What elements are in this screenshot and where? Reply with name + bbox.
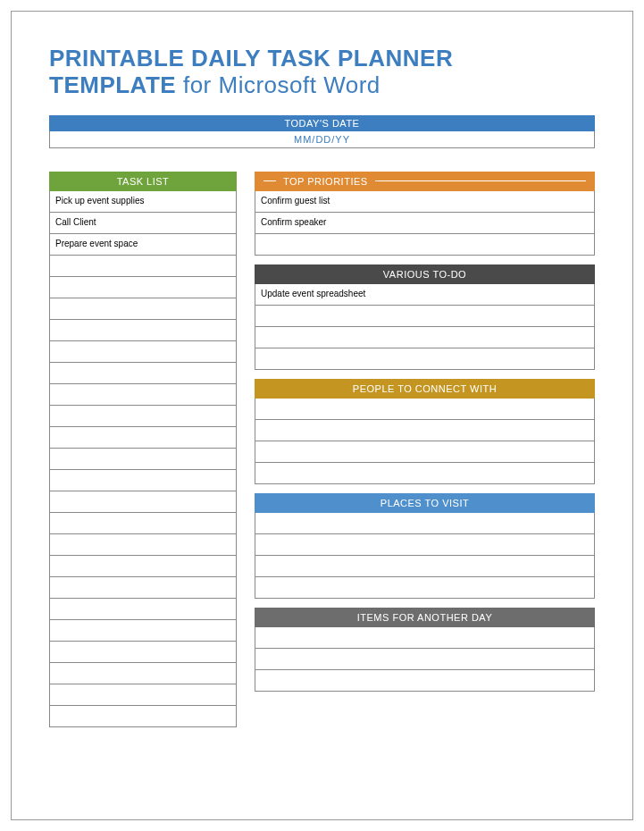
task-list-row [49,663,237,684]
task-list-row [49,599,237,620]
task-list-row [49,406,237,427]
task-list-row [49,491,237,513]
various-todo-row [255,348,595,370]
places-row [255,556,595,577]
top-priorities-row: Confirm speaker [255,213,595,234]
another-day-row [255,670,595,692]
task-list-row [49,556,237,577]
various-todo-row [255,327,595,348]
title-line2-bold: TEMPLATE [49,71,183,98]
task-list-row [49,384,237,406]
task-list-row [49,470,237,491]
top-priorities-row [255,234,595,256]
places-row [255,534,595,556]
page-container: PRINTABLE DAILY TASK PLANNER TEMPLATE fo… [11,11,633,820]
task-list-row [49,256,237,277]
people-row [255,420,595,441]
people-row [255,441,595,463]
task-list-row: Call Client [49,213,237,234]
task-list-row [49,706,237,727]
various-todo-section: VARIOUS TO-DO Update event spreadsheet [255,264,595,370]
various-todo-row [255,306,595,327]
task-list-row [49,363,237,384]
left-column: TASK LIST Pick up event suppliesCall Cli… [49,172,237,727]
people-row [255,399,595,420]
divider-line [263,180,276,181]
task-list-row [49,513,237,534]
document-title: PRINTABLE DAILY TASK PLANNER TEMPLATE fo… [49,46,595,99]
task-list-row [49,277,237,298]
task-list-row: Pick up event supplies [49,191,237,213]
columns: TASK LIST Pick up event suppliesCall Cli… [49,172,595,727]
divider-line [375,180,586,181]
date-header: TODAY'S DATE [49,115,595,131]
places-row [255,577,595,599]
people-section: PEOPLE TO CONNECT WITH [255,379,595,484]
task-list-row [49,534,237,556]
task-list-row [49,449,237,470]
title-line2-regular: for Microsoft Word [183,71,381,98]
top-priorities-section: TOP PRIORITIES Confirm guest listConfirm… [255,172,595,256]
date-value: MM/DD/YY [49,131,595,148]
task-list-row [49,341,237,363]
task-list-row [49,298,237,320]
top-priorities-row: Confirm guest list [255,191,595,213]
places-section: PLACES TO VISIT [255,493,595,599]
another-day-row [255,649,595,670]
various-todo-row: Update event spreadsheet [255,284,595,306]
task-list-row [49,577,237,599]
another-day-row [255,627,595,649]
places-header: PLACES TO VISIT [255,493,595,513]
people-header: PEOPLE TO CONNECT WITH [255,379,595,399]
another-day-header: ITEMS FOR ANOTHER DAY [255,608,595,627]
top-priorities-label: TOP PRIORITIES [283,176,368,187]
top-priorities-header: TOP PRIORITIES [255,172,595,191]
task-list-row [49,684,237,706]
task-list-row [49,642,237,663]
title-line1: PRINTABLE DAILY TASK PLANNER [49,46,595,72]
places-row [255,513,595,534]
right-column: TOP PRIORITIES Confirm guest listConfirm… [255,172,595,727]
task-list-row: Prepare event space [49,234,237,256]
task-list-row [49,320,237,341]
people-row [255,463,595,484]
task-list-header: TASK LIST [49,172,237,191]
date-block: TODAY'S DATE MM/DD/YY [49,115,595,148]
another-day-section: ITEMS FOR ANOTHER DAY [255,608,595,692]
title-line2: TEMPLATE for Microsoft Word [49,72,595,99]
various-todo-header: VARIOUS TO-DO [255,264,595,284]
task-list-row [49,620,237,642]
task-list-section: TASK LIST Pick up event suppliesCall Cli… [49,172,237,727]
task-list-row [49,427,237,449]
